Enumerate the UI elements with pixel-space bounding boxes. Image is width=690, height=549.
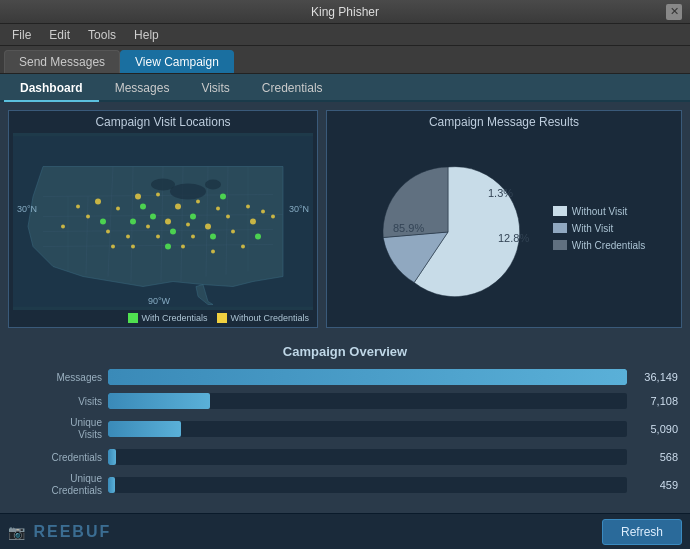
tab-send-messages[interactable]: Send Messages <box>4 50 120 73</box>
bar-value-unique-visits: 5,090 <box>633 423 678 435</box>
legend-with-creds: With Credentials <box>553 240 645 251</box>
pie-panel: Campaign Message Results <box>326 110 682 328</box>
svg-point-20 <box>135 194 141 200</box>
menu-edit[interactable]: Edit <box>41 26 78 44</box>
svg-point-56 <box>140 204 146 210</box>
svg-point-42 <box>250 219 256 225</box>
legend-with-visit: With Visit <box>553 223 645 234</box>
map-title: Campaign Visit Locations <box>13 115 313 129</box>
svg-point-41 <box>181 245 185 249</box>
legend-no-credentials-label: Without Credentials <box>230 313 309 323</box>
bar-track-messages <box>108 369 627 385</box>
pct-with-visit: 12.8% <box>498 232 529 244</box>
menu-tools[interactable]: Tools <box>80 26 124 44</box>
bar-value-unique-credentials: 459 <box>633 479 678 491</box>
svg-point-37 <box>76 205 80 209</box>
svg-point-54 <box>255 234 261 240</box>
bar-track-unique-visits <box>108 421 627 437</box>
bar-label-visits: Visits <box>12 396 102 407</box>
map-panel: Campaign Visit Locations <box>8 110 318 328</box>
svg-point-31 <box>205 224 211 230</box>
map-label-90w: 90°W <box>148 296 170 306</box>
bar-label-unique-visits: UniqueVisits <box>12 417 102 441</box>
close-button[interactable]: ✕ <box>666 4 682 20</box>
pct-credentials: 85.9% <box>393 222 424 234</box>
map-label-30n-right: 30°N <box>289 204 309 214</box>
svg-point-29 <box>126 235 130 239</box>
bar-row-unique-credentials: UniqueCredentials 459 <box>12 473 678 497</box>
bar-label-messages: Messages <box>12 372 102 383</box>
svg-point-21 <box>156 193 160 197</box>
tab-view-campaign[interactable]: View Campaign <box>120 50 234 73</box>
svg-point-19 <box>116 207 120 211</box>
svg-point-26 <box>146 225 150 229</box>
map-label-30n-left: 30°N <box>17 204 37 214</box>
with-creds-color <box>553 240 567 250</box>
menu-help[interactable]: Help <box>126 26 167 44</box>
tab-visits[interactable]: Visits <box>185 76 245 102</box>
legend-without-visit: Without Visit <box>553 206 645 217</box>
legend-without-credentials: Without Credentials <box>217 313 309 323</box>
svg-point-48 <box>170 229 176 235</box>
svg-point-24 <box>216 207 220 211</box>
pie-title: Campaign Message Results <box>331 115 677 129</box>
bar-value-visits: 7,108 <box>633 395 678 407</box>
bar-fill-unique-credentials <box>108 477 115 493</box>
secondary-tab-bar: Dashboard Messages Visits Credentials <box>0 74 690 102</box>
tab-credentials[interactable]: Credentials <box>246 76 339 102</box>
bar-fill-credentials <box>108 449 116 465</box>
map-svg <box>13 133 313 310</box>
tab-messages[interactable]: Messages <box>99 76 186 102</box>
svg-point-44 <box>271 215 275 219</box>
pie-content: 1.3% 12.8% 85.9% Without Visit With Visi… <box>331 133 677 323</box>
legend-without-visit-label: Without Visit <box>572 206 627 217</box>
bar-fill-unique-visits <box>108 421 181 437</box>
svg-point-17 <box>205 180 221 190</box>
legend-with-creds-label: With Credentials <box>572 240 645 251</box>
svg-point-47 <box>150 214 156 220</box>
svg-point-55 <box>165 244 171 250</box>
svg-point-32 <box>226 215 230 219</box>
svg-point-22 <box>175 204 181 210</box>
svg-point-25 <box>165 219 171 225</box>
main-content: Campaign Visit Locations <box>0 102 690 513</box>
bar-track-unique-credentials <box>108 477 627 493</box>
footer-logo: 📷 REEBUF <box>8 523 111 541</box>
refresh-button[interactable]: Refresh <box>602 519 682 545</box>
pie-chart: 1.3% 12.8% 85.9% <box>363 147 533 310</box>
svg-point-35 <box>231 230 235 234</box>
svg-point-39 <box>241 245 245 249</box>
map-legend: With Credentials Without Credentials <box>13 310 313 323</box>
svg-point-30 <box>156 235 160 239</box>
logo-text: REEBUF <box>33 523 111 540</box>
svg-rect-58 <box>217 313 227 323</box>
menu-file[interactable]: File <box>4 26 39 44</box>
top-section: Campaign Visit Locations <box>0 102 690 336</box>
svg-point-34 <box>261 210 265 214</box>
pct-without-visit: 1.3% <box>488 187 513 199</box>
svg-point-15 <box>170 184 206 200</box>
without-visit-color <box>553 206 567 216</box>
tab-dashboard[interactable]: Dashboard <box>4 76 99 102</box>
credentials-icon <box>128 313 138 323</box>
window-title: King Phisher <box>24 5 666 19</box>
title-bar: King Phisher ✕ <box>0 0 690 24</box>
bar-row-messages: Messages 36,149 <box>12 369 678 385</box>
svg-point-43 <box>191 235 195 239</box>
svg-point-23 <box>196 200 200 204</box>
svg-point-18 <box>95 199 101 205</box>
svg-point-27 <box>186 223 190 227</box>
svg-rect-57 <box>128 313 138 323</box>
svg-point-36 <box>86 215 90 219</box>
svg-point-40 <box>211 250 215 254</box>
legend-with-visit-label: With Visit <box>572 223 614 234</box>
pie-svg: 1.3% 12.8% 85.9% <box>363 147 533 307</box>
svg-point-46 <box>111 245 115 249</box>
bar-track-credentials <box>108 449 627 465</box>
pie-legend: Without Visit With Visit With Credential… <box>553 206 645 251</box>
svg-point-28 <box>106 230 110 234</box>
svg-point-53 <box>100 219 106 225</box>
bar-fill-visits <box>108 393 210 409</box>
bar-row-unique-visits: UniqueVisits 5,090 <box>12 417 678 441</box>
legend-with-credentials: With Credentials <box>128 313 207 323</box>
